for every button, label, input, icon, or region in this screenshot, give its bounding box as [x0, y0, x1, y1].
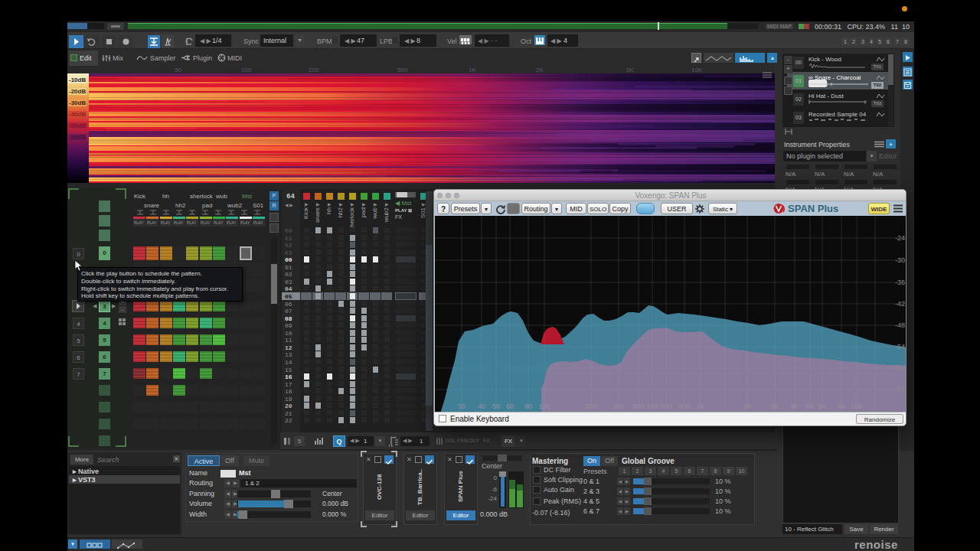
svg-text:40: 40: [478, 403, 485, 410]
svg-text:-60: -60: [895, 364, 905, 372]
svg-text:100: 100: [538, 403, 550, 410]
svg-text:-36: -36: [895, 279, 905, 286]
svg-text:50: 50: [492, 403, 500, 410]
svg-text:400: 400: [632, 403, 644, 410]
svg-text:80: 80: [524, 403, 532, 410]
svg-text:1K: 1K: [696, 403, 704, 410]
svg-text:500: 500: [646, 403, 658, 410]
svg-text:200: 200: [585, 403, 596, 410]
svg-text:30: 30: [458, 403, 466, 410]
svg-text:6K: 6K: [818, 403, 826, 410]
svg-text:-42: -42: [895, 300, 905, 308]
svg-text:4K: 4K: [790, 403, 799, 410]
svg-text:60: 60: [506, 403, 514, 410]
svg-text:600: 600: [660, 403, 671, 410]
svg-text:-66: -66: [895, 386, 905, 393]
svg-text:800: 800: [678, 403, 690, 410]
svg-text:5K: 5K: [805, 403, 814, 410]
svg-text:300: 300: [612, 403, 624, 410]
svg-text:2K: 2K: [743, 403, 751, 410]
svg-text:-24: -24: [895, 234, 905, 242]
svg-text:8K: 8K: [837, 403, 845, 410]
svg-text:3K: 3K: [770, 403, 779, 410]
svg-text:-48: -48: [895, 321, 905, 329]
svg-text:-30: -30: [895, 256, 905, 264]
svg-text:10K: 10K: [851, 403, 863, 410]
svg-text:-54: -54: [895, 343, 905, 350]
